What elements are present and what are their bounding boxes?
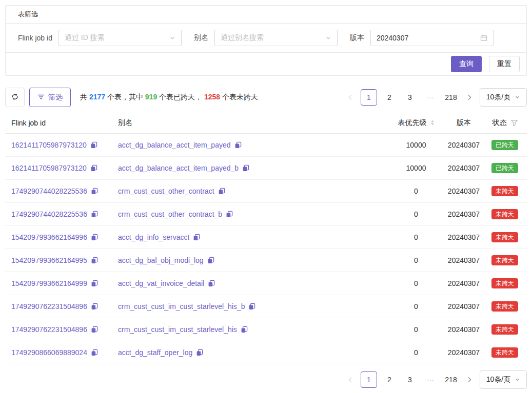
copy-icon[interactable] (241, 326, 248, 333)
alias-placeholder: 通过别名搜索 (221, 33, 322, 43)
alias-link[interactable]: acct_dg_balance_acct_item_payed (118, 141, 231, 149)
flink-job-id-link[interactable]: 1621411705987973120 (11, 141, 87, 149)
copy-icon[interactable] (91, 188, 98, 195)
search-button[interactable]: 查询 (451, 56, 482, 72)
chevron-down-icon (515, 376, 520, 384)
summary-count-green: 919 (145, 93, 157, 101)
next-page-button[interactable] (463, 89, 476, 106)
flink-job-id-link[interactable]: 1749290744028225536 (11, 187, 87, 195)
version-cell: 20240307 (445, 256, 483, 264)
alias-link[interactable]: crm_cust_cust_im_cust_starlevel_his (118, 325, 237, 334)
copy-icon[interactable] (196, 349, 203, 356)
filter-panel: 表筛选 Flink job id 通过 ID 搜索 别名 通过别名搜索 版本 2… (5, 5, 527, 76)
copy-icon[interactable] (208, 280, 215, 287)
chevron-down-icon (325, 35, 331, 41)
copy-icon[interactable] (234, 141, 242, 149)
flink-job-id-link[interactable]: 1542097993662164996 (11, 233, 87, 241)
page-button-218[interactable]: 218 (443, 89, 459, 106)
version-date-picker[interactable]: 20240307 (370, 30, 494, 46)
page-size-select[interactable]: 10条/页 (480, 370, 527, 389)
filter-button-label: 筛选 (48, 93, 63, 102)
table-row: 1542097993662164999acct_dg_vat_invoice_d… (5, 272, 527, 295)
flink-job-id-link[interactable]: 1749290866069889024 (11, 348, 87, 357)
copy-icon[interactable] (90, 141, 97, 149)
copy-icon[interactable] (91, 211, 98, 218)
flink-job-id-link[interactable]: 1542097993662164999 (11, 279, 87, 287)
copy-icon[interactable] (242, 164, 249, 172)
copy-icon[interactable] (218, 188, 225, 195)
page-button-2[interactable]: 2 (381, 371, 398, 388)
alias-select[interactable]: 通过别名搜索 (214, 30, 338, 46)
column-header-status[interactable]: 状态 (483, 118, 527, 128)
copy-icon[interactable] (248, 303, 255, 310)
sorter-icon[interactable] (430, 120, 435, 126)
table-summary: 共 2177 个表，其中 919 个表已跨天， 1258 个表未跨天 (80, 93, 258, 102)
column-header-version: 版本 (445, 118, 483, 128)
alias-link[interactable]: crm_cust_cust_other_contract_b (118, 210, 222, 218)
pagination-bottom-wrap: 123···218 10条/页 (5, 370, 527, 389)
priority-cell: 0 (387, 256, 445, 264)
page-button-218[interactable]: 218 (443, 371, 459, 388)
page-ellipsis: ··· (422, 371, 439, 388)
version-label: 版本 (350, 33, 364, 43)
status-badge: 已跨天 (491, 140, 518, 150)
page-button-3[interactable]: 3 (402, 371, 418, 388)
filter-icon (37, 93, 45, 102)
priority-cell: 0 (387, 348, 445, 357)
reset-button[interactable]: 重置 (489, 56, 520, 72)
flink-job-id-label: Flink job id (18, 34, 52, 42)
copy-icon[interactable] (91, 257, 98, 264)
alias-link[interactable]: acct_dg_info_servacct (118, 233, 189, 241)
page-button-2[interactable]: 2 (381, 89, 398, 106)
copy-icon[interactable] (193, 234, 200, 241)
flink-job-id-link[interactable]: 1749290762231504896 (11, 325, 87, 334)
version-cell: 20240307 (445, 187, 483, 195)
refresh-button[interactable] (5, 88, 25, 107)
flink-job-id-link[interactable]: 1749290762231504896 (11, 302, 87, 311)
flink-job-id-placeholder: 通过 ID 搜索 (65, 33, 166, 43)
chevron-down-icon (515, 93, 520, 101)
funnel-icon[interactable] (511, 120, 518, 126)
alias-link[interactable]: acct_dg_staff_oper_log (118, 348, 192, 357)
copy-icon[interactable] (91, 326, 98, 333)
status-badge: 未跨天 (491, 301, 518, 312)
priority-cell: 0 (387, 210, 445, 218)
copy-icon[interactable] (226, 211, 233, 218)
flink-job-id-select[interactable]: 通过 ID 搜索 (58, 30, 182, 46)
alias-link[interactable]: crm_cust_cust_other_contract (118, 187, 214, 195)
table-row: 1749290744028225536crm_cust_cust_other_c… (5, 203, 527, 226)
alias-link[interactable]: acct_dg_balance_acct_item_payed_b (118, 164, 239, 172)
status-badge: 已跨天 (491, 163, 518, 173)
page-button-1[interactable]: 1 (361, 371, 377, 388)
copy-icon[interactable] (91, 303, 98, 310)
page-button-3[interactable]: 3 (402, 89, 418, 106)
priority-cell: 0 (387, 302, 445, 311)
alias-link[interactable]: acct_dg_bal_obj_modi_log (118, 256, 204, 264)
page-number-list: 123···218 (361, 89, 459, 106)
alias-link[interactable]: acct_dg_vat_invoice_detail (118, 279, 204, 287)
next-page-button[interactable] (463, 371, 476, 388)
table-row: 1749290866069889024acct_dg_staff_oper_lo… (5, 341, 527, 364)
prev-page-button[interactable] (344, 371, 357, 388)
summary-count-blue: 2177 (89, 93, 105, 101)
copy-icon[interactable] (91, 349, 98, 356)
prev-page-button[interactable] (344, 89, 357, 106)
page-size-select[interactable]: 10条/页 (480, 88, 527, 107)
copy-icon[interactable] (91, 234, 98, 241)
priority-cell: 0 (387, 279, 445, 287)
copy-icon[interactable] (207, 257, 214, 264)
status-badge: 未跨天 (491, 278, 518, 288)
flink-job-id-link[interactable]: 1542097993662164995 (11, 256, 87, 264)
filter-button[interactable]: 筛选 (29, 88, 71, 107)
column-header-priority[interactable]: 表优先级 (387, 118, 445, 128)
page-size-value: 10条/页 (486, 93, 510, 102)
copy-icon[interactable] (91, 280, 98, 287)
page-button-1[interactable]: 1 (361, 89, 377, 106)
priority-cell: 0 (387, 233, 445, 241)
alias-link[interactable]: crm_cust_cust_im_cust_starlevel_his_b (118, 302, 245, 311)
copy-icon[interactable] (90, 164, 97, 172)
table-row: 1621411705987973120acct_dg_balance_acct_… (5, 157, 527, 180)
flink-job-id-link[interactable]: 1749290744028225536 (11, 210, 87, 218)
flink-job-id-link[interactable]: 1621411705987973120 (11, 164, 87, 172)
version-cell: 20240307 (445, 233, 483, 241)
